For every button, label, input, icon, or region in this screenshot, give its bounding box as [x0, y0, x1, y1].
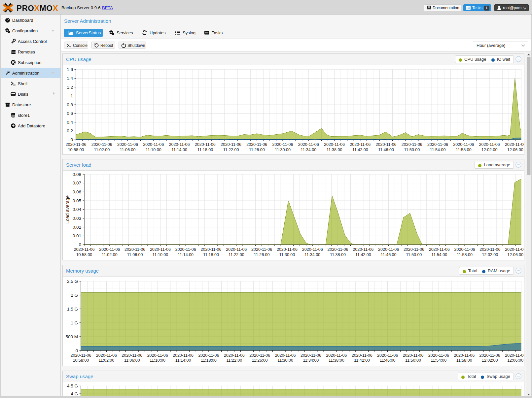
svg-text:2020-11-06: 2020-11-06	[249, 353, 270, 358]
svg-text:2020-11-06: 2020-11-06	[454, 353, 475, 358]
svg-text:2020-11-06: 2020-11-06	[277, 247, 298, 252]
svg-text:12:02:00: 12:02:00	[481, 148, 498, 152]
svg-text:11:54:00: 11:54:00	[430, 148, 446, 152]
svg-text:11:14:00: 11:14:00	[178, 252, 194, 257]
svg-text:2020-11-06: 2020-11-06	[173, 353, 194, 358]
svg-text:11:22:00: 11:22:00	[229, 252, 244, 257]
svg-text:2020-11-06: 2020-11-06	[221, 142, 241, 147]
svg-text:11:02:00: 11:02:00	[102, 252, 118, 257]
svg-text:2 G: 2 G	[71, 293, 78, 298]
svg-text:2020-11-06: 2020-11-06	[505, 353, 524, 358]
svg-text:11:06:00: 11:06:00	[120, 148, 136, 152]
svg-text:11:22:00: 11:22:00	[223, 148, 239, 152]
svg-text:11:58:00: 11:58:00	[457, 252, 473, 257]
svg-text:11:14:00: 11:14:00	[171, 148, 187, 152]
svg-text:11:06:00: 11:06:00	[127, 252, 143, 257]
svg-text:11:34:00: 11:34:00	[303, 358, 319, 363]
svg-text:11:18:00: 11:18:00	[201, 358, 217, 363]
svg-text:11:54:00: 11:54:00	[431, 252, 447, 257]
svg-text:11:50:00: 11:50:00	[405, 358, 421, 363]
svg-text:4 G: 4 G	[71, 391, 78, 396]
svg-text:2020-11-06: 2020-11-06	[404, 247, 424, 252]
svg-text:2020-11-06: 2020-11-06	[479, 247, 500, 252]
svg-text:2020-11-06: 2020-11-06	[224, 353, 245, 358]
svg-text:2020-11-06: 2020-11-06	[96, 353, 117, 358]
svg-text:2020-11-06: 2020-11-06	[352, 353, 372, 358]
svg-text:0.8: 0.8	[67, 102, 73, 107]
svg-text:1.6: 1.6	[67, 67, 73, 72]
svg-text:2020-11-06: 2020-11-06	[251, 247, 272, 252]
svg-text:0.04: 0.04	[73, 207, 82, 212]
svg-text:0.05: 0.05	[73, 198, 81, 203]
svg-text:11:30:00: 11:30:00	[275, 148, 291, 152]
svg-text:2020-11-06: 2020-11-06	[298, 142, 319, 147]
svg-text:2020-11-06: 2020-11-06	[302, 247, 323, 252]
svg-text:2020-11-06: 2020-11-06	[453, 142, 474, 147]
svg-text:2020-11-06: 2020-11-06	[324, 142, 345, 147]
svg-text:2020-11-06: 2020-11-06	[70, 353, 91, 358]
svg-text:2020-11-06: 2020-11-06	[326, 353, 347, 358]
svg-text:11:42:00: 11:42:00	[355, 252, 371, 257]
svg-text:11:10:00: 11:10:00	[153, 252, 168, 257]
svg-text:11:02:00: 11:02:00	[94, 148, 110, 152]
svg-text:2020-11-06: 2020-11-06	[403, 353, 423, 358]
svg-text:11:38:00: 11:38:00	[329, 358, 344, 363]
svg-text:11:26:00: 11:26:00	[252, 358, 268, 363]
svg-text:2020-11-06: 2020-11-06	[99, 247, 120, 252]
svg-text:11:46:00: 11:46:00	[378, 148, 394, 152]
svg-text:2020-11-06: 2020-11-06	[429, 247, 450, 252]
svg-text:2020-11-06: 2020-11-06	[402, 142, 422, 147]
svg-text:10:58:00: 10:58:00	[76, 252, 92, 257]
svg-text:2020-11-06: 2020-11-06	[147, 353, 168, 358]
svg-text:12:02:00: 12:02:00	[482, 358, 498, 363]
svg-text:11:22:00: 11:22:00	[226, 358, 242, 363]
svg-text:11:50:00: 11:50:00	[406, 252, 422, 257]
svg-text:2020-11-06: 2020-11-06	[246, 142, 267, 147]
svg-text:11:10:00: 11:10:00	[146, 148, 161, 152]
svg-text:11:42:00: 11:42:00	[352, 148, 368, 152]
svg-text:1.2: 1.2	[67, 85, 73, 90]
svg-text:500 M: 500 M	[65, 334, 78, 339]
svg-text:2020-11-06: 2020-11-06	[479, 353, 500, 358]
svg-text:0.2: 0.2	[67, 128, 73, 133]
svg-text:2020-11-06: 2020-11-06	[328, 247, 348, 252]
svg-text:1.5 G: 1.5 G	[67, 307, 78, 312]
svg-text:2020-11-06: 2020-11-06	[376, 142, 397, 147]
svg-text:11:18:00: 11:18:00	[203, 252, 219, 257]
svg-text:12:06:00: 12:06:00	[507, 358, 523, 363]
svg-text:11:06:00: 11:06:00	[124, 358, 140, 363]
svg-text:11:14:00: 11:14:00	[175, 358, 191, 363]
svg-text:1 G: 1 G	[71, 320, 78, 325]
svg-text:11:58:00: 11:58:00	[456, 358, 472, 363]
svg-text:12:06:00: 12:06:00	[507, 252, 523, 257]
svg-text:2020-11-06: 2020-11-06	[377, 353, 398, 358]
svg-text:0.03: 0.03	[73, 216, 81, 221]
svg-text:2020-11-06: 2020-11-06	[505, 142, 524, 147]
svg-text:2020-11-06: 2020-11-06	[353, 247, 373, 252]
svg-text:11:34:00: 11:34:00	[304, 252, 320, 257]
svg-text:10:58:00: 10:58:00	[68, 148, 84, 152]
svg-text:2020-11-06: 2020-11-06	[124, 247, 145, 252]
svg-text:11:50:00: 11:50:00	[404, 148, 420, 152]
svg-text:11:18:00: 11:18:00	[197, 148, 213, 152]
svg-text:2020-11-06: 2020-11-06	[143, 142, 164, 147]
svg-text:2020-11-06: 2020-11-06	[198, 353, 219, 358]
svg-text:11:02:00: 11:02:00	[99, 358, 115, 363]
svg-text:0.07: 0.07	[73, 181, 81, 185]
svg-text:11:26:00: 11:26:00	[254, 252, 270, 257]
svg-text:12:06:00: 12:06:00	[507, 148, 523, 152]
svg-text:11:46:00: 11:46:00	[381, 252, 397, 257]
svg-text:10:58:00: 10:58:00	[73, 358, 89, 363]
svg-text:12:02:00: 12:02:00	[482, 252, 498, 257]
svg-text:2020-11-06: 2020-11-06	[479, 142, 500, 147]
svg-text:11:26:00: 11:26:00	[249, 148, 265, 152]
svg-text:0.08: 0.08	[73, 172, 81, 177]
svg-text:11:34:00: 11:34:00	[301, 148, 316, 152]
svg-text:0.02: 0.02	[73, 225, 81, 230]
svg-text:11:58:00: 11:58:00	[456, 148, 472, 152]
svg-text:2020-11-06: 2020-11-06	[201, 247, 222, 252]
svg-text:2020-11-06: 2020-11-06	[74, 247, 94, 252]
svg-text:0: 0	[79, 242, 81, 247]
svg-text:2020-11-06: 2020-11-06	[350, 142, 371, 147]
svg-text:4.5 G: 4.5 G	[67, 383, 78, 388]
